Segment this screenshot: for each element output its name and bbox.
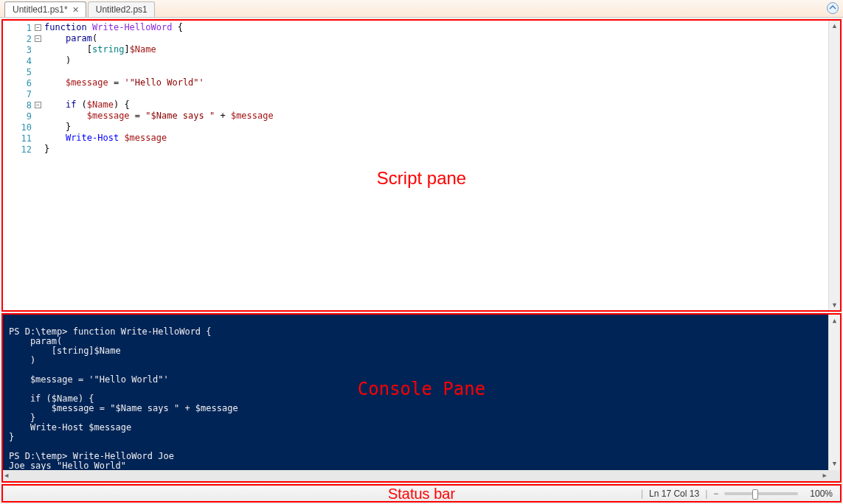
line-number: 9 [27, 111, 32, 122]
status-bar: Status bar | Ln 17 Col 13 | − 100% [1, 484, 842, 503]
fold-icon[interactable]: − [35, 24, 41, 31]
separator: | [705, 489, 707, 499]
zoom-out-button[interactable]: − [713, 489, 718, 499]
scroll-left-icon[interactable]: ◀ [4, 471, 8, 480]
line-number: 8 [27, 100, 32, 111]
annotation-console-pane: Console Pane [358, 385, 485, 394]
console-line: } [9, 413, 35, 423]
console-line: PS D:\temp> function Write-HelloWord { [9, 326, 212, 337]
console-line: PS D:\temp> Write-HelloWord Joe [9, 451, 174, 461]
console-pane[interactable]: PS D:\temp> function Write-HelloWord { p… [1, 313, 842, 483]
scrollbar-horizontal[interactable]: ◀ ▶ [3, 470, 840, 481]
scrollbar-vertical[interactable]: ▲ ▼ [828, 21, 840, 310]
console-line: [string]$Name [9, 346, 121, 356]
zoom-slider[interactable] [724, 492, 798, 495]
console-line: Write-Host $message [9, 422, 131, 433]
scroll-up-icon[interactable]: ▲ [831, 22, 838, 29]
fold-icon[interactable]: − [35, 35, 41, 42]
separator: | [641, 489, 643, 499]
code-editor[interactable]: function Write-HelloWord { param( [strin… [44, 21, 840, 310]
console-line: $message = '"Hello World"' [9, 374, 169, 385]
line-number: 1 [27, 23, 32, 33]
console-line: Joe says "Hello World" [9, 461, 126, 471]
line-number: 7 [27, 89, 32, 99]
line-number: 3 [27, 45, 32, 55]
scroll-down-icon[interactable]: ▼ [833, 459, 836, 469]
tab-untitled1[interactable]: Untitled1.ps1* ✕ [4, 1, 86, 17]
console-line: ) [9, 355, 35, 365]
annotation-status-bar: Status bar [388, 486, 455, 503]
zoom-slider-thumb[interactable] [752, 489, 758, 500]
close-icon[interactable]: ✕ [72, 5, 79, 15]
tab-bar: Untitled1.ps1* ✕ Untitled2.ps1 [0, 0, 843, 18]
console-line: } [9, 432, 14, 442]
scroll-up-icon[interactable]: ▲ [833, 316, 836, 326]
line-number: 10 [21, 122, 32, 133]
script-pane: 1− 2− 3 4 5 6 7 8− 9 10 11 12 function W… [1, 19, 842, 312]
fold-icon[interactable]: − [35, 102, 41, 108]
scroll-right-icon[interactable]: ▶ [823, 471, 827, 480]
scroll-down-icon[interactable]: ▼ [831, 301, 838, 309]
line-number: 4 [27, 56, 32, 66]
console-line: param( [9, 336, 62, 346]
scrollbar-vertical[interactable]: ▲ ▼ [828, 315, 840, 481]
console-line: if ($Name) { [9, 393, 94, 404]
tab-label: Untitled1.ps1* [13, 4, 68, 15]
tab-label: Untitled2.ps1 [96, 4, 148, 15]
line-number: 6 [27, 78, 32, 88]
line-number: 12 [21, 144, 32, 155]
cursor-position: Ln 17 Col 13 [649, 489, 699, 499]
collapse-button[interactable] [827, 2, 839, 14]
line-number: 5 [27, 67, 32, 77]
line-number: 2 [27, 34, 32, 44]
line-number: 11 [21, 133, 32, 144]
zoom-level: 100% [810, 489, 833, 499]
tab-untitled2[interactable]: Untitled2.ps1 [88, 1, 155, 17]
console-line: $message = "$Name says " + $message [9, 403, 238, 413]
line-number-gutter: 1− 2− 3 4 5 6 7 8− 9 10 11 12 [3, 21, 44, 310]
